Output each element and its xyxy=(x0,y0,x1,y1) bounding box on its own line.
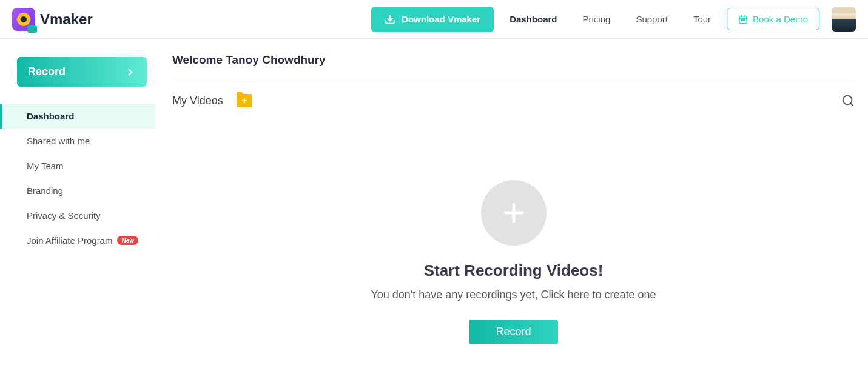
book-demo-button[interactable]: Book a Demo xyxy=(727,8,819,30)
sidebar-label-affiliate: Join Affiliate Program xyxy=(27,235,112,246)
nav-tour[interactable]: Tour xyxy=(684,9,721,29)
empty-title: Start Recording Videos! xyxy=(424,261,604,280)
brand-logo[interactable]: Vmaker xyxy=(12,8,93,31)
sidebar-label-privacy: Privacy & Security xyxy=(27,210,101,221)
sidebar-label-team: My Team xyxy=(27,161,64,171)
new-badge: New xyxy=(117,236,138,245)
sidebar-item-dashboard[interactable]: Dashboard xyxy=(0,104,155,129)
search-icon[interactable] xyxy=(841,94,855,107)
plus-large-icon xyxy=(499,198,528,227)
brand-name: Vmaker xyxy=(40,11,93,28)
empty-record-button[interactable]: Record xyxy=(469,320,557,344)
user-avatar[interactable] xyxy=(832,7,856,32)
calendar-icon xyxy=(738,15,748,24)
svg-point-5 xyxy=(741,19,742,20)
sidebar: Record Dashboard Shared with me My Team … xyxy=(0,39,155,382)
download-label: Download Vmaker xyxy=(402,14,480,24)
chevron-right-icon xyxy=(125,67,136,78)
sidebar-item-branding[interactable]: Branding xyxy=(0,178,155,203)
plus-icon xyxy=(241,97,248,104)
empty-subtitle: You don't have any recordings yet, Click… xyxy=(371,289,656,301)
add-folder-button[interactable] xyxy=(237,94,252,107)
app-header: Vmaker Download Vmaker Dashboard Pricing… xyxy=(0,0,868,39)
svg-line-11 xyxy=(850,103,853,106)
demo-label: Book a Demo xyxy=(753,14,808,24)
nav-dashboard[interactable]: Dashboard xyxy=(500,9,567,29)
main-content: Welcome Tanoy Chowdhury My Videos Start … xyxy=(155,39,868,382)
section-header: My Videos xyxy=(172,78,855,107)
section-title: My Videos xyxy=(172,95,223,107)
sidebar-label-branding: Branding xyxy=(27,186,63,196)
welcome-heading: Welcome Tanoy Chowdhury xyxy=(172,53,855,78)
empty-plus-button[interactable] xyxy=(481,180,547,246)
sidebar-label-shared: Shared with me xyxy=(27,136,90,146)
top-nav: Download Vmaker Dashboard Pricing Suppor… xyxy=(371,7,856,32)
empty-state: Start Recording Videos! You don't have a… xyxy=(172,107,855,344)
sidebar-item-team[interactable]: My Team xyxy=(0,153,155,178)
section-left: My Videos xyxy=(172,94,252,107)
download-button[interactable]: Download Vmaker xyxy=(371,7,494,32)
logo-icon xyxy=(12,8,35,31)
sidebar-record-button[interactable]: Record xyxy=(17,57,147,87)
sidebar-item-privacy[interactable]: Privacy & Security xyxy=(0,203,155,228)
nav-support[interactable]: Support xyxy=(626,9,678,29)
sidebar-item-affiliate[interactable]: Join Affiliate Program New xyxy=(0,228,155,253)
svg-point-6 xyxy=(742,19,743,20)
nav-pricing[interactable]: Pricing xyxy=(573,9,621,29)
sidebar-label-dashboard: Dashboard xyxy=(27,111,74,121)
sidebar-menu: Dashboard Shared with me My Team Brandin… xyxy=(0,104,155,253)
download-icon xyxy=(385,14,395,25)
record-label: Record xyxy=(28,65,66,78)
sidebar-item-shared[interactable]: Shared with me xyxy=(0,129,155,153)
main-layout: Record Dashboard Shared with me My Team … xyxy=(0,39,868,382)
svg-point-7 xyxy=(744,19,745,20)
